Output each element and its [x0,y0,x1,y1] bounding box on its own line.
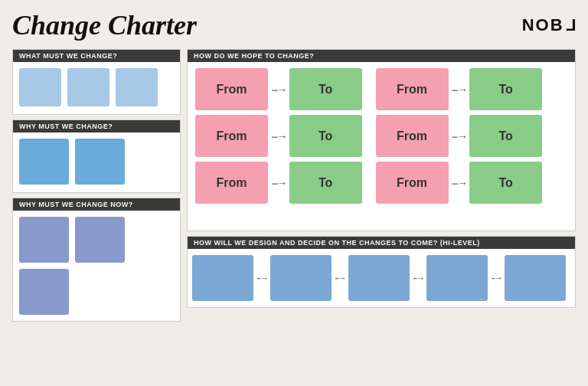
from-label-2a: From [217,129,247,143]
sticky-from-3a[interactable]: From [195,162,268,204]
arrow-1b: ····→ [452,83,467,96]
section-how-change-header: HOW DO WE HOPE TO CHANGE? [188,50,575,62]
section-what: WHAT MUST WE CHANGE? [12,49,181,115]
sticky-to-3b[interactable]: To [469,162,542,204]
from-to-pair-1b: From ····→ To [376,68,543,110]
section-how-design-header: HOW WILL WE DESIGN AND DECIDE ON THE CHA… [188,237,575,249]
sticky-what-2[interactable] [67,68,109,106]
sticky-to-1a[interactable]: To [289,68,362,110]
from-to-row-3: From ····→ To From ····→ [195,162,567,204]
arrow-2a: ····→ [271,130,286,142]
sticky-to-2b[interactable]: To [469,115,542,157]
arrow-2b: ····→ [452,130,467,142]
right-panel: HOW DO WE HOPE TO CHANGE? From ····→ To [187,49,576,377]
from-to-pair-2a: From ····→ To [195,115,362,157]
from-to-grid: From ····→ To From ····→ [188,62,575,231]
from-label-1a: From [217,83,247,96]
from-to-pair-3a: From ····→ To [195,162,362,204]
to-label-2b: To [498,129,512,143]
logo: NOBL [522,15,576,35]
from-to-pair-1a: From ····→ To [195,68,362,110]
arrow-bottom-1: ···→ [256,273,267,283]
sticky-to-1b[interactable]: To [469,68,542,110]
sticky-from-1b[interactable]: From [376,68,449,110]
section-how-change: HOW DO WE HOPE TO CHANGE? From ····→ To [187,49,576,231]
sticky-from-2b[interactable]: From [376,115,449,157]
sticky-bottom-4[interactable] [426,255,488,301]
sticky-what-1[interactable] [19,68,61,106]
to-label-1a: To [318,83,332,96]
sticky-what-3[interactable] [116,68,158,106]
section-why-header: WHY MUST WE CHANGE? [13,120,180,132]
header: Change Charter NOBL [12,9,576,41]
to-label-1b: To [498,83,512,96]
section-whynow-header: WHY MUST WE CHANGE NOW? [13,198,180,211]
sticky-bottom-2[interactable] [270,255,332,301]
sticky-bottom-1[interactable] [192,255,253,301]
from-label-3a: From [217,176,247,190]
section-why: WHY MUST WE CHANGE? [12,119,181,193]
section-what-header: WHAT MUST WE CHANGE? [13,50,180,62]
left-panel: WHAT MUST WE CHANGE? WHY MUST WE CHANGE?… [12,49,181,377]
sticky-from-3b[interactable]: From [376,162,449,204]
from-to-row-2: From ····→ To From ····→ [195,115,567,157]
section-whynow-body [13,211,180,321]
sticky-bottom-5[interactable] [505,255,566,301]
section-why-body [13,132,180,192]
page: Change Charter NOBL WHAT MUST WE CHANGE?… [0,0,588,386]
sticky-whynow-3[interactable] [19,269,69,315]
sticky-to-2a[interactable]: To [289,115,362,157]
section-how-design: HOW WILL WE DESIGN AND DECIDE ON THE CHA… [187,236,576,308]
from-label-2b: From [397,129,427,143]
sticky-from-1a[interactable]: From [195,68,268,110]
section-whynow: WHY MUST WE CHANGE NOW? [12,198,181,322]
sticky-why-1[interactable] [19,139,69,185]
sticky-bottom-3[interactable] [348,255,410,301]
to-label-3b: To [498,176,512,190]
sticky-to-3a[interactable]: To [289,162,362,204]
arrow-3a: ····→ [271,177,286,189]
sticky-why-2[interactable] [75,139,125,185]
bottom-row: ···→ ···→ ···→ ···→ [188,249,575,307]
from-to-pair-2b: From ····→ To [376,115,543,157]
to-label-3a: To [318,176,332,190]
main-content: WHAT MUST WE CHANGE? WHY MUST WE CHANGE?… [12,49,576,377]
arrow-1a: ····→ [271,83,286,96]
from-label-3b: From [397,176,427,190]
to-label-2a: To [318,129,332,143]
sticky-from-2a[interactable]: From [195,115,268,157]
from-to-pair-3b: From ····→ To [376,162,543,204]
from-label-1b: From [397,83,427,96]
section-what-body [13,62,180,114]
arrow-bottom-3: ···→ [413,273,423,283]
arrow-bottom-4: ···→ [491,273,501,283]
page-title: Change Charter [12,9,197,41]
from-to-row-1: From ····→ To From ····→ [195,68,567,110]
arrow-bottom-2: ···→ [335,273,345,283]
arrow-3b: ····→ [452,177,467,189]
sticky-whynow-2[interactable] [75,217,125,263]
sticky-whynow-1[interactable] [19,217,69,263]
